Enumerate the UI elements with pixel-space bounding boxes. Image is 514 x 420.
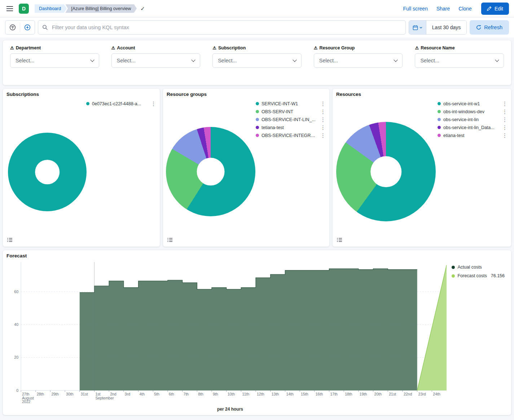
control-department: ⚠Department Select...: [10, 45, 99, 68]
edit-button[interactable]: Edit: [481, 3, 509, 15]
saved-query-icon: [9, 24, 16, 31]
legend-label: tetiana-test: [262, 125, 317, 130]
space-avatar[interactable]: D: [19, 4, 29, 14]
svg-text:22nd: 22nd: [404, 392, 412, 396]
search-icon: [42, 25, 48, 30]
time-picker: Last 30 days: [409, 20, 467, 35]
legend-label: obs-service-int-lin: [443, 117, 499, 122]
legend-swatch-icon: [256, 110, 259, 113]
account-select[interactable]: Select...: [111, 53, 201, 68]
legend-item[interactable]: etiana-test⋮: [438, 133, 508, 138]
svg-text:11th: 11th: [242, 392, 249, 396]
svg-text:12th: 12th: [257, 392, 264, 396]
forecast-chart-svg[interactable]: 020406027th28th29th30th31st1st2nd3rd4th5…: [6, 260, 454, 406]
legend-swatch-icon: [452, 274, 455, 278]
legend-item-menu-icon[interactable]: ⋮: [501, 133, 508, 138]
legend-item-menu-icon[interactable]: ⋮: [501, 101, 508, 106]
menu-button[interactable]: [5, 5, 14, 13]
svg-text:23rd: 23rd: [418, 392, 426, 396]
legend-label: etiana-test: [443, 133, 499, 138]
svg-text:2022: 2022: [22, 399, 31, 404]
svg-text:5th: 5th: [154, 392, 159, 396]
check-icon[interactable]: ✓: [140, 5, 145, 12]
legend-item[interactable]: OBS-SERVICE-INTEGRA...⋮: [256, 133, 326, 138]
legend-label: SERVICE-INT-W1: [262, 101, 317, 106]
legend-item[interactable]: OBS-SERV-INT⋮: [256, 109, 326, 114]
kql-input[interactable]: [38, 20, 406, 35]
legend-item-menu-icon[interactable]: ⋮: [150, 101, 157, 106]
legend-item-menu-icon[interactable]: ⋮: [501, 125, 508, 130]
filter-button-group: [5, 20, 35, 35]
legend-swatch-icon: [256, 118, 259, 121]
full-screen-link[interactable]: Full screen: [403, 6, 427, 12]
kibana-dashboard-app: D Dashboard [Azure Billing] Billing over…: [0, 0, 514, 418]
legend-label: OBS-SERVICE-INT-LIN_...: [262, 117, 317, 122]
legend-list-icon: [7, 238, 13, 242]
refresh-button-label: Refresh: [484, 25, 502, 30]
chevron-down-icon: [192, 58, 196, 62]
share-link[interactable]: Share: [436, 6, 450, 12]
saved-query-menu-button[interactable]: [5, 21, 20, 34]
legend-item-menu-icon[interactable]: ⋮: [320, 101, 326, 106]
legend-item-menu-icon[interactable]: ⋮: [320, 109, 326, 114]
edit-button-label: Edit: [495, 6, 503, 12]
legend-item[interactable]: obs-service-int-lin⋮: [438, 117, 508, 122]
legend-toggle-button[interactable]: [335, 236, 343, 244]
control-label: ⚠Resource Name: [415, 45, 504, 50]
refresh-button[interactable]: Refresh: [470, 20, 509, 35]
control-label: ⚠Account: [111, 45, 201, 50]
legend-item-menu-icon[interactable]: ⋮: [320, 133, 326, 138]
legend-item-menu-icon[interactable]: ⋮: [320, 125, 326, 130]
svg-text:17th: 17th: [330, 392, 338, 396]
legend-toggle-button[interactable]: [166, 236, 174, 244]
date-picker-button[interactable]: [409, 20, 426, 35]
add-filter-button[interactable]: [20, 21, 35, 34]
svg-text:19th: 19th: [360, 392, 367, 396]
resources-donut-chart[interactable]: [336, 122, 436, 221]
legend-item-menu-icon[interactable]: ⋮: [501, 109, 508, 114]
svg-text:9th: 9th: [213, 392, 218, 396]
chevron-down-icon: [394, 58, 398, 62]
control-subscription: ⚠Subscription Select...: [212, 45, 302, 68]
legend-label: Forecast costs: [457, 273, 487, 278]
legend-label: 0e073ec1-c22f-4488-a...: [92, 101, 148, 106]
svg-text:30th: 30th: [66, 392, 74, 396]
legend-toggle-button[interactable]: [6, 236, 14, 244]
chevron-down-icon: [419, 27, 422, 28]
svg-text:16th: 16th: [316, 392, 323, 396]
legend-item[interactable]: Forecast costs76.156: [452, 273, 505, 278]
legend-item[interactable]: obs-service-int-lin_Data...⋮: [438, 125, 508, 130]
legend-item[interactable]: SERVICE-INT-W1⋮: [256, 101, 326, 106]
legend: 0e073ec1-c22f-4488-a...⋮: [86, 101, 157, 106]
panel-title: Resources: [333, 89, 511, 100]
legend-item[interactable]: Actual costs: [452, 265, 505, 270]
time-range-button[interactable]: Last 30 days: [426, 20, 466, 35]
legend-item[interactable]: 0e073ec1-c22f-4488-a...⋮: [86, 101, 157, 106]
subscriptions-donut-chart[interactable]: [8, 133, 87, 211]
legend-item-menu-icon[interactable]: ⋮: [501, 117, 508, 122]
subscription-select[interactable]: Select...: [212, 53, 302, 68]
resource-groups-donut-chart[interactable]: [166, 127, 255, 216]
department-select[interactable]: Select...: [10, 53, 99, 68]
legend-item[interactable]: obs-service-int-w1⋮: [438, 101, 508, 106]
legend-item[interactable]: OBS-SERVICE-INT-LIN_...⋮: [256, 117, 326, 122]
clone-link[interactable]: Clone: [458, 6, 472, 12]
forecast-legend: Actual costsForecast costs76.156: [452, 265, 505, 278]
legend-item[interactable]: tetiana-test⋮: [256, 125, 326, 130]
resource-group-select[interactable]: Select...: [314, 53, 403, 68]
svg-text:4th: 4th: [140, 392, 145, 396]
legend-item-menu-icon[interactable]: ⋮: [320, 117, 326, 122]
breadcrumb-current-dashboard[interactable]: [Azure Billing] Billing overview: [65, 4, 137, 13]
x-axis-title: per 24 hours: [6, 407, 454, 412]
control-resource-group: ⚠Resource Group Select...: [314, 45, 403, 68]
breadcrumb-dashboard[interactable]: Dashboard: [35, 4, 67, 13]
legend-label: obs-service-int-lin_Data...: [443, 125, 499, 130]
legend-item[interactable]: obs-int-windows-dev⋮: [438, 109, 508, 114]
svg-text:3rd: 3rd: [125, 392, 130, 396]
chevron-down-icon: [293, 58, 296, 62]
svg-text:14th: 14th: [286, 392, 294, 396]
space-avatar-letter: D: [22, 6, 26, 12]
kql-search: [38, 20, 406, 35]
resource-name-select[interactable]: Select...: [415, 53, 504, 68]
svg-text:20: 20: [14, 355, 18, 359]
